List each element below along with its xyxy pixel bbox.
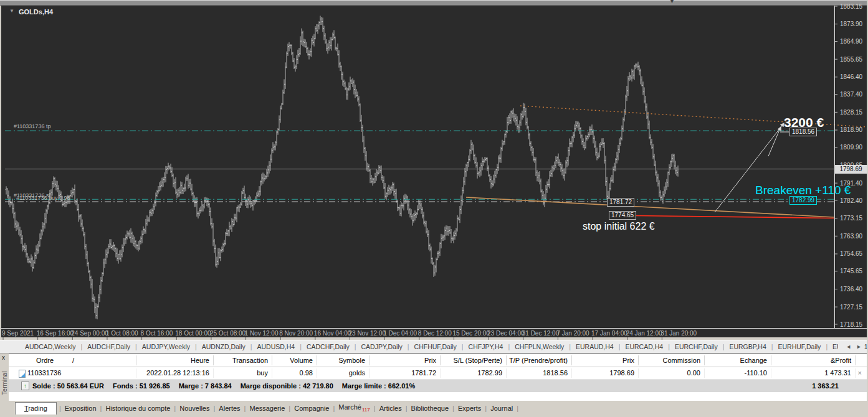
tabs-scroll-right-icon[interactable]: ►	[856, 344, 862, 350]
column-separator	[571, 368, 572, 378]
order-cell-profit: 1 473.31	[824, 367, 851, 379]
tab-separator: |	[517, 405, 518, 412]
time-axis-label: 23 Nov 12:00	[349, 330, 386, 337]
tab-separator: |	[619, 340, 621, 353]
column-separator	[440, 355, 441, 365]
balance-row: ↑ Solde : 50 563.64 EURFonds : 51 926.85…	[9, 380, 867, 392]
terminal-tab-journal[interactable]: Journal	[487, 405, 517, 412]
column-header--profit[interactable]: &Profit	[831, 354, 851, 367]
symbol-tab-AUDUSD[interactable]: AUDUSD,H4	[257, 340, 295, 353]
price-axis-label: 1763.90	[840, 233, 863, 240]
breakeven-annotation: Breakeven +110 €	[755, 184, 851, 197]
terminal-tab-alertes[interactable]: Alertes	[215, 405, 244, 412]
order-cell-sl: 1782.99	[477, 367, 502, 379]
terminal-tab-bibliotheque[interactable]: Bibliotheque	[408, 405, 453, 412]
orders-table-header: OrdreHeureTransactionVolumeSymbolePrixS/…	[9, 354, 867, 367]
column-header-volume[interactable]: Volume	[290, 354, 313, 367]
column-header-prix[interactable]: Prix	[424, 354, 436, 367]
terminal-tab-experts[interactable]: Experts	[454, 405, 485, 412]
column-separator	[571, 355, 572, 365]
symbol-tab-EURCAD[interactable]: EURCAD,H4	[625, 340, 663, 353]
column-separator	[317, 368, 317, 378]
column-separator	[213, 368, 214, 378]
tab-separator: |	[462, 340, 464, 353]
column-separator	[638, 368, 639, 378]
symbol-tab-CHFJPY[interactable]: CHFJPY,H4	[469, 340, 503, 353]
symbol-tab-AUDJPY[interactable]: AUDJPY,Weekly	[142, 340, 190, 353]
terminal-tab-messagerie[interactable]: Messagerie	[246, 405, 289, 412]
price-axis-label: 1828.15	[840, 109, 863, 116]
terminal-tab-trading[interactable]: Trading	[15, 402, 57, 415]
price-axis-label: 1837.40	[840, 91, 863, 98]
column-header-s-l-stop-perte-[interactable]: S/L (Stop/Perte)	[454, 354, 502, 367]
symbol-tab-EURGBP[interactable]: EURGBP,H4	[729, 340, 766, 353]
symbol-tab-EURCHF[interactable]: EURCHF,Daily	[675, 340, 718, 353]
column-header-symbole[interactable]: Symbole	[338, 354, 365, 367]
column-header-prix[interactable]: Prix	[622, 354, 634, 367]
column-separator	[704, 355, 705, 365]
symbol-tab-CHFPLN[interactable]: CHFPLN,Weekly	[515, 340, 564, 353]
price-axis-label: 1873.90	[840, 21, 863, 27]
time-axis-label: 24 Sep 00:00	[71, 330, 108, 337]
time-axis-label: 23 Dec 04:00	[487, 330, 525, 337]
symbol-tab-AUDCAD[interactable]: AUDCAD,Weekly	[25, 340, 76, 353]
column-separator	[506, 355, 507, 365]
column-header-t-p-prendre-profit-[interactable]: T/P (Prendre/profit)	[509, 354, 568, 367]
time-axis-label: 8 Nov 20:00	[279, 330, 313, 337]
symbol-tab-bar: AUDCAD,Weekly|AUDCHF,Daily|AUDJPY,Weekly…	[0, 340, 868, 354]
tab-separator: |	[408, 340, 409, 353]
order-row[interactable]: × 1103317362022.01.28 12:13:16buy0.98gol…	[9, 367, 867, 380]
tp-price-box: 1818.56	[789, 128, 817, 136]
terminal-tab-compagnie[interactable]: Compagnie	[290, 405, 333, 412]
balance-segment: Fonds : 51 926.85	[113, 382, 170, 390]
total-profit-value: 1 363.21	[812, 380, 839, 392]
symbol-tab-AUDNZD[interactable]: AUDNZD,Daily	[202, 340, 246, 353]
symbol-tab-CHFHUF[interactable]: CHFHUF,Daily	[414, 340, 457, 353]
stop-price-box: 1774.65	[609, 211, 636, 220]
time-axis-label: 1 Oct 08:00	[106, 330, 138, 337]
order-doc-icon	[19, 370, 26, 378]
chart-expand-icon[interactable]: ▼	[9, 8, 14, 14]
tabs-scroll-left-icon[interactable]: ◄	[846, 344, 851, 350]
tab-separator: |	[668, 340, 670, 353]
column-header-ordre[interactable]: Ordre	[36, 354, 54, 367]
order-cell-transaction: buy	[257, 367, 268, 379]
time-axis-label: 15 Dec 20:00	[452, 330, 490, 337]
terminal-panel-label: Terminal	[1, 362, 8, 405]
tab-separator: |	[250, 340, 252, 353]
symbol-tab-CADJPY[interactable]: CADJPY,Daily	[361, 340, 403, 353]
close-position-icon[interactable]: ×	[858, 367, 862, 379]
breakeven-price-box: 1782.99	[789, 196, 817, 205]
price-axis-label: 1855.65	[840, 56, 863, 63]
tab-separator: |	[300, 340, 302, 353]
column-header-heure[interactable]: Heure	[191, 354, 209, 367]
terminal-tab-articles[interactable]: Articles	[376, 405, 406, 412]
time-axis-label: 9 Sep 2021	[2, 330, 34, 337]
column-header-commission[interactable]: Commission	[662, 354, 700, 367]
price-chart[interactable]: 1883.151873.901864.901855.651846.401837.…	[0, 0, 868, 340]
terminal-close-icon[interactable]: x	[2, 355, 5, 361]
column-header-echange[interactable]: Echange	[740, 354, 767, 367]
symbol-tab-EURAUD[interactable]: EURAUD,H4	[576, 340, 614, 353]
tab-separator: |	[195, 340, 197, 353]
symbol-tab-AUDCHF[interactable]: AUDCHF,Daily	[87, 340, 130, 353]
column-header-transaction[interactable]: Transaction	[232, 354, 268, 367]
current-price-box: 1798.69	[835, 165, 867, 174]
symbol-tab-CADCHF[interactable]: CADCHF,Daily	[307, 340, 350, 353]
column-separator	[369, 368, 370, 378]
terminal-tab-nouvelles[interactable]: Nouvelles	[176, 405, 213, 412]
order-cell-prix: 1781.72	[411, 367, 436, 379]
terminal-tab-exposition[interactable]: Exposition	[61, 405, 100, 412]
price-axis-label: 1809.90	[840, 144, 863, 151]
tab-separator: |	[508, 340, 510, 353]
tab-separator: |	[826, 340, 827, 353]
symbol-tab-EURHUF[interactable]: EURHUF,Daily	[778, 340, 821, 353]
price-axis-label: 1754.65	[840, 250, 863, 257]
price-axis-label: 1736.40	[840, 286, 863, 293]
terminal-tab-march-[interactable]: Marché117	[335, 403, 373, 413]
column-separator	[771, 368, 771, 378]
time-axis-label: 24 Jan 12:00	[626, 330, 662, 337]
order-tp-label: #110331736 tp	[14, 123, 50, 129]
column-separator	[638, 355, 639, 365]
terminal-tab-historique-du-compte[interactable]: Historique du compte	[102, 405, 174, 412]
